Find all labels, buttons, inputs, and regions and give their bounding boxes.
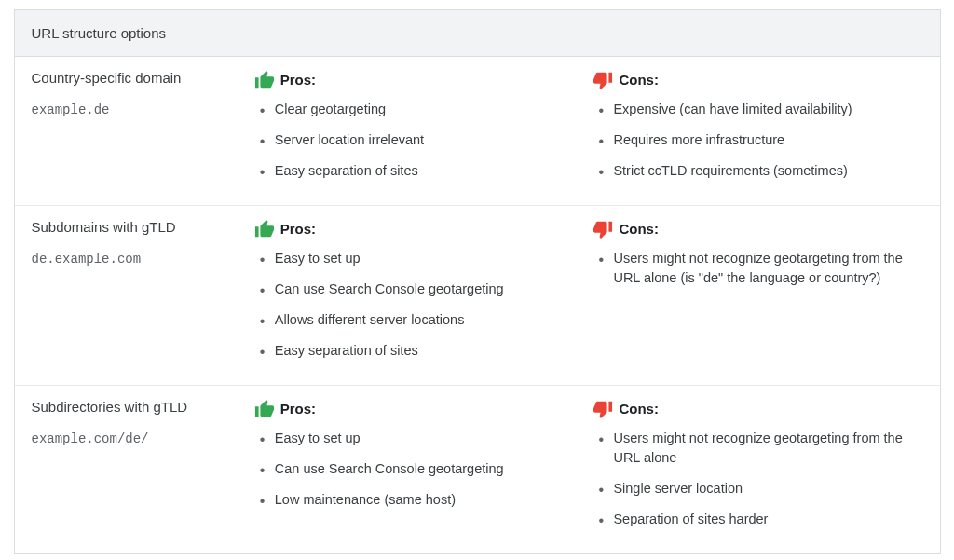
list-item: Separation of sites harder (598, 510, 922, 529)
pros-column: Pros:Easy to set upCan use Search Consol… (254, 219, 593, 372)
thumbs-up-icon (254, 399, 275, 417)
list-item: Server location irrelevant (260, 130, 575, 150)
list-item: Easy separation of sites (260, 341, 575, 361)
list-item: Can use Search Console geotargeting (260, 280, 575, 299)
cons-list: Expensive (can have limited availability… (593, 100, 922, 181)
pros-column: Pros:Clear geotargetingServer location i… (254, 70, 593, 192)
type-column: Subdirectories with gTLDexample.com/de/ (32, 399, 254, 540)
list-item: Users might not recognize geotargeting f… (598, 249, 922, 288)
table-row: Subdomains with gTLDde.example.comPros:E… (15, 206, 940, 386)
thumbs-down-icon (593, 219, 613, 238)
url-structure-table: URL structure options Country-specific d… (14, 9, 941, 554)
cons-list: Users might not recognize geotargeting f… (593, 249, 922, 288)
thumbs-up-icon (254, 219, 275, 238)
cons-heading: Cons: (593, 219, 922, 238)
table-row: Subdirectories with gTLDexample.com/de/P… (15, 386, 940, 553)
pros-heading: Pros: (254, 70, 575, 89)
type-title: Country-specific domain (32, 70, 245, 86)
pros-list: Easy to set upCan use Search Console geo… (254, 249, 575, 361)
table-header: URL structure options (15, 10, 940, 57)
type-title: Subdomains with gTLD (32, 219, 245, 235)
cons-heading: Cons: (593, 399, 922, 417)
list-item: Strict ccTLD requirements (sometimes) (598, 161, 922, 181)
type-title: Subdirectories with gTLD (32, 399, 245, 415)
cons-column: Cons:Users might not recognize geotarget… (593, 399, 922, 540)
type-example: example.com/de/ (32, 431, 245, 446)
list-item: Expensive (can have limited availability… (598, 100, 922, 119)
list-item: Users might not recognize geotargeting f… (598, 429, 922, 468)
thumbs-up-icon (254, 70, 275, 89)
list-item: Single server location (598, 479, 922, 499)
cons-column: Cons:Expensive (can have limited availab… (593, 70, 922, 192)
cons-list: Users might not recognize geotargeting f… (593, 429, 922, 529)
cons-label: Cons: (619, 221, 659, 237)
thumbs-down-icon (593, 399, 613, 417)
list-item: Easy to set up (260, 429, 575, 448)
list-item: Can use Search Console geotargeting (260, 459, 575, 479)
pros-heading: Pros: (254, 399, 575, 417)
cons-label: Cons: (619, 401, 659, 417)
type-example: example.de (32, 102, 245, 117)
pros-label: Pros: (280, 221, 316, 237)
thumbs-down-icon (593, 70, 613, 89)
type-column: Subdomains with gTLDde.example.com (32, 219, 254, 372)
list-item: Low maintenance (same host) (260, 490, 575, 510)
pros-label: Pros: (280, 72, 316, 88)
pros-heading: Pros: (254, 219, 575, 238)
type-column: Country-specific domainexample.de (32, 70, 254, 192)
cons-column: Cons:Users might not recognize geotarget… (593, 219, 922, 372)
list-item: Clear geotargeting (260, 100, 575, 119)
list-item: Easy separation of sites (260, 161, 575, 181)
table-row: Country-specific domainexample.dePros:Cl… (15, 57, 940, 206)
pros-column: Pros:Easy to set upCan use Search Consol… (254, 399, 593, 540)
list-item: Requires more infrastructure (598, 130, 922, 150)
type-example: de.example.com (32, 252, 245, 266)
pros-list: Easy to set upCan use Search Console geo… (254, 429, 575, 510)
list-item: Easy to set up (260, 249, 575, 268)
pros-label: Pros: (280, 401, 316, 417)
pros-list: Clear geotargetingServer location irrele… (254, 100, 575, 181)
cons-label: Cons: (619, 72, 659, 88)
list-item: Allows different server locations (260, 310, 575, 330)
cons-heading: Cons: (593, 70, 922, 89)
